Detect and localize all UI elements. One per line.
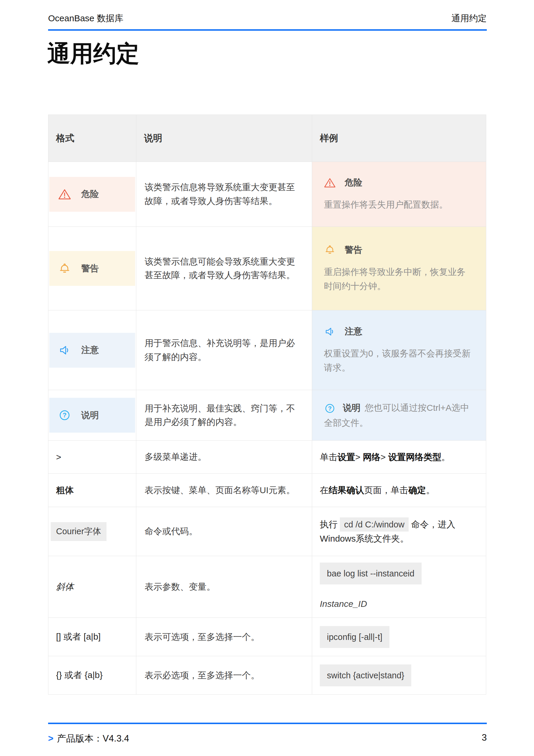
- variable-name-text: Instance_ID: [320, 597, 478, 611]
- danger-badge: 危险: [49, 177, 135, 212]
- footer-version: >产品版本：V4.3.4: [48, 732, 129, 745]
- table-row: 危险 该类警示信息将导致系统重大变更甚至故障，或者导致人身伤害等结果。 危险 重…: [48, 162, 486, 227]
- example-bold-segment: 设置网络类型: [388, 452, 441, 462]
- note-badge-label: 说明: [81, 409, 99, 421]
- format-cell-warning: 警告: [48, 227, 136, 310]
- format-italic-label: 斜体: [48, 581, 136, 593]
- example-text-segment: 在: [320, 485, 329, 495]
- danger-example-text: 重置操作将丢失用户配置数据。: [324, 198, 474, 212]
- speaker-icon: [324, 326, 336, 338]
- inline-code-chip: cd /d C:/window: [340, 517, 409, 531]
- code-block-chip: switch {active|stand}: [320, 664, 411, 686]
- page-footer: >产品版本：V4.3.4 3: [48, 723, 487, 745]
- note-example-label: 说明: [343, 403, 361, 413]
- example-text-segment: 。: [426, 485, 435, 495]
- format-cell: 粗体: [48, 474, 136, 507]
- svg-text:?: ?: [328, 405, 332, 412]
- example-text-segment: 页面，单击: [364, 485, 408, 495]
- code-block-chip: ipconfig [-all|-t]: [320, 626, 390, 648]
- note-badge: ? 说明: [49, 398, 135, 433]
- format-cell-note: ? 说明: [48, 390, 136, 441]
- table-row: 注意 用于警示信息、补充说明等，是用户必须了解的内容。 注意 权重设置为0，该服…: [48, 310, 486, 390]
- example-bold-segment: 网络: [363, 452, 381, 462]
- example-cell-warning: 警告 重启操作将导致业务中断，恢复业务时间约十分钟。: [312, 227, 486, 310]
- table-row: > 多级菜单递进。 单击设置> 网络> 设置网络类型。: [48, 441, 486, 474]
- format-cell-notice: 注意: [48, 310, 136, 390]
- table-row: 粗体 表示按键、菜单、页面名称等UI元素。 在结果确认页面，单击确定。: [48, 474, 486, 507]
- question-circle-icon: ?: [58, 409, 71, 422]
- example-cell-danger: 危险 重置操作将丢失用户配置数据。: [312, 162, 486, 227]
- table-row: 斜体 表示参数、变量。 bae log list --instanceid In…: [48, 556, 486, 618]
- example-cell-notice: 注意 权重设置为0，该服务器不会再接受新请求。: [312, 310, 486, 390]
- description-cell: 表示可选项，至多选择一个。: [136, 618, 312, 656]
- format-cell: 斜体: [48, 556, 136, 618]
- conventions-table: 格式 说明 样例 危险 该类警示信息将导致系统重大变更甚至故障，或者导致人身伤害…: [48, 115, 486, 694]
- table-row: Courier字体 命令或代码。 执行 cd /d C:/window 命令，进…: [48, 507, 486, 556]
- notice-example-box: 注意 权重设置为0，该服务器不会再接受新请求。: [312, 315, 486, 385]
- courier-format-chip: Courier字体: [51, 522, 107, 541]
- description-cell: 表示按键、菜单、页面名称等UI元素。: [136, 474, 312, 507]
- example-bold-segment: 结果确认: [329, 485, 364, 495]
- table-row: 警告 该类警示信息可能会导致系统重大变更甚至故障，或者导致人身伤害等结果。 警告: [48, 227, 486, 310]
- notice-example-heading: 注意: [324, 325, 474, 338]
- example-text-segment: >: [381, 452, 388, 462]
- format-cell: >: [48, 441, 136, 474]
- example-cell: switch {active|stand}: [312, 656, 486, 694]
- format-cell: {} 或者 {a|b}: [48, 656, 136, 694]
- notice-example-label: 注意: [344, 325, 362, 338]
- warning-example-heading: 警告: [324, 244, 474, 256]
- table-row: {} 或者 {a|b} 表示必选项，至多选择一个。 switch {active…: [48, 656, 486, 694]
- header-section-name: 通用约定: [451, 13, 487, 24]
- warning-badge: 警告: [49, 251, 135, 286]
- description-cell: 多级菜单递进。: [136, 441, 312, 474]
- format-cell: [] 或者 [a|b]: [48, 618, 136, 656]
- example-bold-segment: 设置: [338, 452, 355, 462]
- example-cell: ipconfig [-all|-t]: [312, 618, 486, 656]
- example-text-segment: 单击: [320, 452, 338, 462]
- column-header-description: 说明: [136, 115, 312, 162]
- speaker-icon: [58, 344, 71, 357]
- danger-badge-label: 危险: [81, 188, 99, 200]
- column-header-example: 样例: [312, 115, 486, 162]
- document-page: OceanBase 数据库 通用约定 通用约定 格式 说明 样例 危险: [0, 0, 534, 756]
- description-cell: 该类警示信息将导致系统重大变更甚至故障，或者导致人身伤害等结果。: [136, 162, 312, 227]
- header-product-name: OceanBase 数据库: [48, 13, 123, 24]
- page-header: OceanBase 数据库 通用约定: [48, 13, 487, 31]
- table-row: [] 或者 [a|b] 表示可选项，至多选择一个。 ipconfig [-all…: [48, 618, 486, 656]
- warning-example-box: 警告 重启操作将导致业务中断，恢复业务时间约十分钟。: [312, 234, 486, 303]
- bell-icon: [58, 262, 71, 275]
- table-header-row: 格式 说明 样例: [48, 115, 486, 162]
- example-cell-note: ? 说明您也可以通过按Ctrl+A选中全部文件。: [312, 390, 486, 441]
- example-cell: 执行 cd /d C:/window 命令，进入Windows系统文件夹。: [312, 507, 486, 556]
- format-bold-label: 粗体: [48, 484, 136, 497]
- warning-triangle-icon: [324, 177, 336, 189]
- note-example-box: ? 说明您也可以通过按Ctrl+A选中全部文件。: [312, 390, 486, 440]
- example-text-segment: 。: [441, 452, 450, 462]
- format-symbol: {} 或者 {a|b}: [48, 669, 136, 681]
- description-cell: 用于补充说明、最佳实践、窍门等，不是用户必须了解的内容。: [136, 390, 312, 441]
- example-cell: bae log list --instanceid Instance_ID: [312, 556, 486, 618]
- warning-triangle-icon: [58, 188, 71, 201]
- description-cell: 表示必选项，至多选择一个。: [136, 656, 312, 694]
- danger-example-label: 危险: [344, 176, 362, 189]
- description-cell: 该类警示信息可能会导致系统重大变更甚至故障，或者导致人身伤害等结果。: [136, 227, 312, 310]
- notice-badge: 注意: [49, 333, 135, 368]
- footer-page-number: 3: [482, 732, 487, 745]
- question-circle-icon: ?: [324, 402, 336, 414]
- example-cell: 单击设置> 网络> 设置网络类型。: [312, 441, 486, 474]
- notice-example-text: 权重设置为0，该服务器不会再接受新请求。: [324, 346, 474, 375]
- example-text-segment: >: [355, 452, 363, 462]
- svg-text:?: ?: [63, 411, 66, 419]
- footer-version-text: 产品版本：V4.3.4: [57, 733, 129, 743]
- description-cell: 命令或代码。: [136, 507, 312, 556]
- example-cell: 在结果确认页面，单击确定。: [312, 474, 486, 507]
- format-symbol: >: [48, 452, 136, 462]
- warning-example-text: 重启操作将导致业务中断，恢复业务时间约十分钟。: [324, 265, 474, 293]
- table-row: ? 说明 用于补充说明、最佳实践、窍门等，不是用户必须了解的内容。 ? 说明您也…: [48, 390, 486, 441]
- format-cell: Courier字体: [48, 507, 136, 556]
- footer-arrow-marker: >: [48, 733, 53, 743]
- column-header-format: 格式: [48, 115, 136, 162]
- description-cell: 表示参数、变量。: [136, 556, 312, 618]
- bell-icon: [324, 244, 336, 256]
- danger-example-heading: 危险: [324, 176, 474, 189]
